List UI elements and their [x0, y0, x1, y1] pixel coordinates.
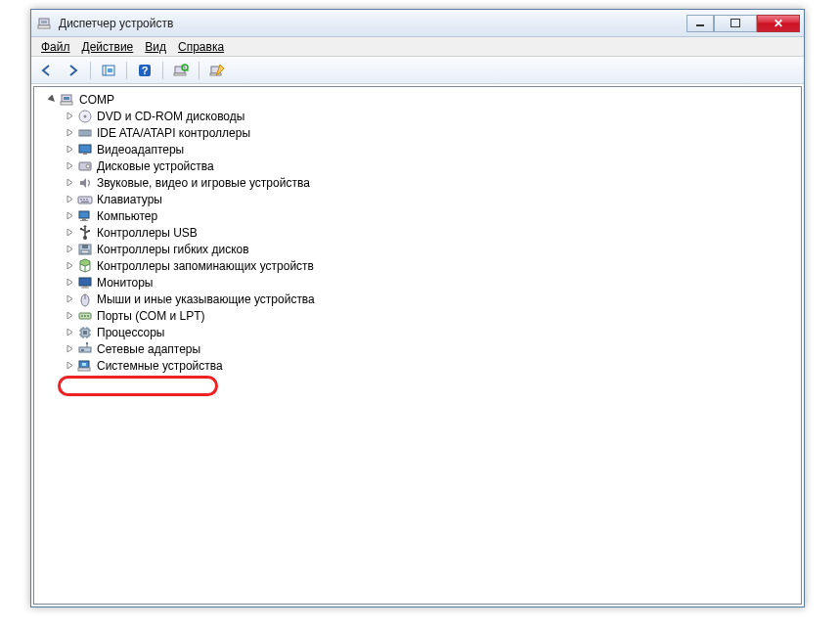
display-icon [77, 142, 93, 157]
svg-rect-31 [83, 199, 85, 201]
expand-icon[interactable] [64, 177, 75, 189]
tree-item[interactable]: Системные устройства [38, 357, 797, 374]
expand-icon[interactable] [64, 293, 75, 305]
tree-item[interactable]: Клавиатуры [38, 191, 797, 207]
expand-icon[interactable] [64, 244, 75, 255]
svg-rect-36 [80, 220, 88, 221]
optical-icon [77, 109, 93, 124]
tree-item-label: Процессоры [97, 326, 165, 339]
svg-point-51 [81, 315, 83, 317]
show-hidden-button[interactable] [97, 59, 120, 82]
svg-rect-25 [79, 145, 91, 153]
computer-icon [60, 92, 75, 108]
svg-rect-34 [79, 211, 89, 218]
svg-point-18 [84, 114, 87, 117]
properties-button[interactable] [205, 59, 229, 82]
expand-icon[interactable] [64, 144, 75, 156]
svg-rect-35 [82, 218, 86, 220]
svg-text:?: ? [142, 65, 149, 76]
tree-item-label: Клавиатуры [97, 193, 162, 206]
minimize-button[interactable] [686, 15, 714, 32]
help-button[interactable]: ? [133, 59, 156, 82]
scan-hardware-button[interactable] [169, 59, 193, 82]
tree-item-label: Контроллеры гибких дисков [97, 243, 249, 256]
expand-icon[interactable] [64, 111, 75, 122]
svg-rect-47 [81, 287, 89, 288]
monitor-icon [77, 275, 93, 291]
tree-root[interactable]: COMP [38, 91, 797, 108]
storage-icon [77, 258, 93, 274]
tree-item-label: Компьютер [97, 209, 157, 223]
svg-point-38 [83, 236, 87, 240]
tree-item[interactable]: Контроллеры запоминающих устройств [38, 257, 797, 274]
toolbar: ? [31, 57, 804, 84]
tree-item-label: Мыши и иные указывающие устройства [97, 292, 315, 306]
ide-icon [77, 125, 93, 141]
svg-rect-15 [64, 97, 69, 100]
tree-item[interactable]: Мыши и иные указывающие устройства [38, 291, 797, 307]
svg-rect-69 [78, 368, 90, 371]
svg-rect-30 [80, 199, 82, 201]
tree-item[interactable]: Контроллеры USB [38, 224, 797, 241]
svg-point-53 [87, 315, 89, 317]
device-tree-pane: COMP DVD и CD-ROM дисководыIDE ATA/ATAPI… [33, 86, 802, 605]
network-icon [77, 341, 93, 357]
tree-item[interactable]: Мониторы [38, 274, 797, 291]
menu-help[interactable]: Справка [172, 38, 230, 56]
tree-item[interactable]: DVD и CD-ROM дисководы [38, 108, 797, 124]
title-bar: Диспетчер устройств ✕ [31, 10, 804, 37]
tree-item[interactable]: IDE ATA/ATAPI контроллеры [38, 124, 797, 141]
expand-icon[interactable] [64, 210, 75, 222]
tree-item[interactable]: Сетевые адаптеры [38, 340, 797, 357]
tree-item-label: Дисковые устройства [97, 159, 214, 173]
tree-item-label: Контроллеры USB [97, 226, 198, 240]
maximize-button[interactable] [714, 15, 757, 32]
svg-rect-42 [82, 245, 88, 248]
expand-icon[interactable] [64, 343, 75, 355]
tree-item[interactable]: Компьютер [38, 207, 797, 224]
tree-item[interactable]: Порты (COM и LPT) [38, 307, 797, 324]
collapse-icon[interactable] [46, 94, 58, 106]
close-button[interactable]: ✕ [757, 15, 800, 32]
svg-line-11 [187, 69, 189, 71]
svg-point-52 [84, 315, 86, 317]
expand-icon[interactable] [64, 360, 75, 372]
expand-icon[interactable] [64, 127, 75, 139]
back-button[interactable] [35, 59, 59, 82]
tree-item-label: Видеоадаптеры [97, 143, 184, 157]
tree-item[interactable]: Дисковые устройства [38, 157, 797, 174]
tree-item-label: Порты (COM и LPT) [97, 309, 205, 323]
expand-icon[interactable] [64, 310, 75, 322]
expand-icon[interactable] [64, 327, 75, 338]
svg-point-28 [86, 164, 90, 168]
svg-rect-43 [81, 250, 89, 253]
disk-icon [77, 158, 93, 174]
expand-icon[interactable] [64, 194, 75, 205]
svg-rect-2 [38, 25, 50, 28]
floppyctrl-icon [77, 242, 93, 257]
tree-item-label: Мониторы [97, 276, 153, 290]
menu-view[interactable]: Вид [139, 38, 172, 56]
tree-item[interactable]: Контроллеры гибких дисков [38, 241, 797, 257]
expand-icon[interactable] [64, 260, 75, 272]
tree-item[interactable]: Звуковые, видео и игровые устройства [38, 174, 797, 191]
expand-icon[interactable] [64, 277, 75, 289]
tree-item-label: IDE ATA/ATAPI контроллеры [97, 126, 250, 140]
expand-icon[interactable] [64, 160, 75, 172]
forward-button[interactable] [61, 59, 84, 82]
menu-action[interactable]: Действие [76, 38, 140, 56]
menu-file[interactable]: Файл [35, 38, 76, 56]
device-manager-window: Диспетчер устройств ✕ Файл Действие Вид … [30, 9, 805, 607]
svg-rect-55 [83, 331, 87, 335]
tree-item[interactable]: Процессоры [38, 324, 797, 340]
tree-item[interactable]: Видеоадаптеры [38, 141, 797, 157]
svg-rect-16 [61, 102, 72, 105]
computer-icon [77, 208, 93, 224]
svg-rect-65 [81, 349, 84, 351]
expand-icon[interactable] [64, 227, 75, 239]
svg-rect-9 [174, 73, 186, 75]
menu-bar: Файл Действие Вид Справка [31, 37, 804, 57]
svg-rect-1 [41, 21, 47, 23]
tree-item-label: DVD и CD-ROM дисководы [97, 110, 244, 123]
svg-rect-33 [81, 201, 89, 202]
